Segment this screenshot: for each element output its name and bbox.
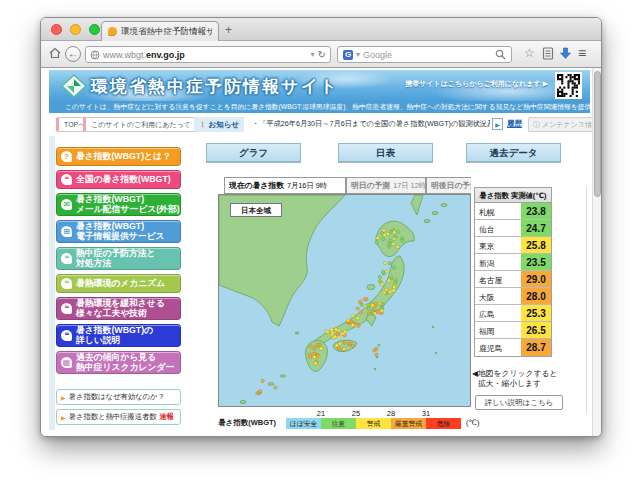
sidebar-item-label: 暑熱環境のメカニズム [76,279,165,289]
sidebar-item[interactable]: ✉暑さ指数(WBGT)メール配信サービス(外部) [56,193,181,216]
observation-table-header: 暑さ指数 実測値(℃) [475,188,551,203]
legend-category: 注意 [321,418,356,429]
city-name: 鹿児島 [475,339,521,356]
notice-more-button[interactable]: ▶ [492,118,503,130]
sidebar-item[interactable]: ⊞暑さ指数(WBGT)電子情報提供サービス [56,220,181,243]
calendar-bubble-icon: ▦ [61,357,72,368]
sidebar-item[interactable]: ?暑さ指数(WBGT)とは？ [56,147,181,166]
sidebar-item-label: 暑さ指数(WBGT)メール配信サービス(外部) [76,195,180,214]
new-tab-button[interactable]: + [225,24,232,36]
question-bubble-icon: ? [61,151,72,162]
map-tab-2[interactable]: 明後日の予測18日 12 [426,177,471,194]
url-dropdown-icon[interactable]: ▾ [311,50,315,59]
bookmark-star-icon[interactable]: ☆ [524,46,535,60]
city-name: 仙台 [475,220,521,236]
url-text: www.wbgt.env.go.jp [103,50,308,60]
map-tab-bar: 現在の暑さ指数7月16日 9時明日の予測17日 12時明後日の予測18日 12 [218,177,471,194]
notice-label: ！ お知らせ [194,117,244,132]
globe-icon [90,50,100,60]
talk-bubble-icon: ❝ [61,330,72,341]
sidebar-item[interactable]: ❝暑さ指数(WBGT)の詳しい説明 [56,324,181,347]
sidebar-item-label: 暑さ指数(WBGT)とは？ [76,152,171,162]
site-usage-button[interactable]: このサイトのご利用にあたって [83,117,197,132]
bookmarks-panel-icon[interactable] [542,47,554,60]
qr-code [555,72,582,99]
url-bar[interactable]: www.wbgt.env.go.jp ▾ ↻ [85,46,331,63]
table-row: 札幌23.8 [475,203,551,220]
legend-category: 危険 [426,418,461,429]
link-arrow-icon: ▶ [61,394,66,401]
wbgt-legend: 暑さ指数(WBGT) ほぼ安全注意警戒厳重警戒危険21252831(℃) [218,409,508,430]
toolbar-button-0[interactable]: グラフ [206,143,301,162]
mobile-site-link[interactable]: 携帯サイトはこちらからご利用になれます ▶ [405,79,548,89]
wbgt-value: 25.3 [521,305,551,321]
close-button[interactable] [51,24,62,35]
map-tab-1[interactable]: 明日の予測17日 12時 [346,177,426,194]
minimize-button[interactable] [70,24,81,35]
sidebar-item[interactable]: ▦過去の傾向から見る熱中症リスクカレンダー [56,351,181,374]
wbgt-value: 23.8 [521,203,551,219]
downloads-icon[interactable] [559,47,572,60]
legend-threshold: 21 [317,409,325,418]
city-name: 名古屋 [475,271,521,287]
legend-category: 警戒 [356,418,391,429]
sidebar-item[interactable]: ❝暑熱環境のメカニズム [56,274,181,293]
legend-threshold: 28 [387,409,395,418]
table-row: 鹿児島28.7 [475,339,551,356]
japan-wbgt-map[interactable]: 日本全域 [218,194,471,407]
reload-icon[interactable]: ↻ [318,49,326,60]
sidebar-link[interactable]: ▶暑さ指数と熱中症搬送者数速報 [56,409,181,425]
table-row: 仙台24.7 [475,220,551,237]
site-favicon-icon [108,27,117,36]
sidebar-item-label: 暑熱環境を緩和させる様々な工夫や技術 [76,299,165,318]
sidebar-link[interactable]: ▶暑さ指数はなぜ有効なのか？ [56,389,181,405]
talk-bubble-icon: ❝ [61,278,72,289]
search-input[interactable]: G ▾ Google [337,46,512,63]
browser-tab[interactable]: 環境省熱中症予防情報サイト [101,21,219,41]
sidebar-item-label: 暑さ指数(WBGT)の詳しい説明 [76,326,153,345]
wbgt-value: 24.7 [521,220,551,236]
talk-bubble-icon: ❝ [61,174,72,185]
map-zoom-note: ◀地図をクリックすると 拡大・縮小します [472,369,557,389]
sidebar-item[interactable]: ❝全国の暑さ指数(WBGT) [56,170,181,189]
city-name: 札幌 [475,203,521,219]
history-link[interactable]: 履歴 [507,119,522,129]
sidebar-item-label: 熱中症の予防方法と対処方法 [76,249,156,268]
city-name: 新潟 [475,254,521,270]
search-engine-dropdown-icon[interactable]: ▾ [356,50,360,59]
legend-title: 暑さ指数(WBGT) [218,418,276,428]
city-name: 広島 [475,305,521,321]
menu-icon[interactable]: ≡ [578,45,586,61]
home-icon[interactable] [49,47,61,59]
google-engine-icon[interactable]: G [343,50,353,60]
grid-bubble-icon: ⊞ [61,226,72,237]
page-viewport: 環境省熱中症予防情報サイト 携帯サイトはこちらからご利用になれます ▶ このサイ… [41,68,601,436]
region-select-button[interactable]: 日本全域 [230,203,282,217]
wbgt-value: 29.0 [521,271,551,287]
sidebar-item-label: 全国の暑さ指数(WBGT) [76,175,171,185]
table-row: 大阪28.0 [475,288,551,305]
sidebar-item[interactable]: ❝熱中症の予防方法と対処方法 [56,247,181,270]
sidebar-item-label: 過去の傾向から見る熱中症リスクカレンダー [76,353,174,372]
zoom-button[interactable] [89,24,100,35]
map-tab-0[interactable]: 現在の暑さ指数7月16日 9時 [224,177,346,194]
back-button[interactable]: ← [65,46,81,62]
sidebar-item[interactable]: ❝暑熱環境を緩和させる様々な工夫や技術 [56,297,181,320]
page-scrollbar[interactable] [592,68,601,436]
maintenance-button[interactable]: ⓘ メンテナンス情報 [528,117,601,132]
detail-explanation-button[interactable]: 詳しい説明はこちら [475,395,563,410]
window-titlebar[interactable]: 環境省熱中症予防情報サイト + [41,18,601,41]
browser-window: 環境省熱中症予防情報サイト + ← www.wbgt.env.go.jp ▾ ↻… [40,17,602,437]
notice-row: TOPへ このサイトのご利用にあたって ！ お知らせ ・「平成26年6月30日～… [49,113,593,136]
observation-table: 暑さ指数 実測値(℃) 札幌23.8仙台24.7東京25.8新潟23.5名古屋2… [474,187,552,357]
toolbar-button-2[interactable]: 過去データ [466,143,561,162]
scrollbar-thumb[interactable] [594,71,601,197]
table-row: 新潟23.5 [475,254,551,271]
toolbar-button-1[interactable]: 日表 [338,143,433,162]
flash-badge: 速報 [160,412,175,422]
search-icon[interactable] [495,49,506,60]
search-placeholder: Google [363,50,492,60]
talk-bubble-icon: ❝ [61,303,72,314]
site-logo-icon [61,74,87,98]
sidebar-item-label: 暑さ指数(WBGT)電子情報提供サービス [76,222,165,241]
